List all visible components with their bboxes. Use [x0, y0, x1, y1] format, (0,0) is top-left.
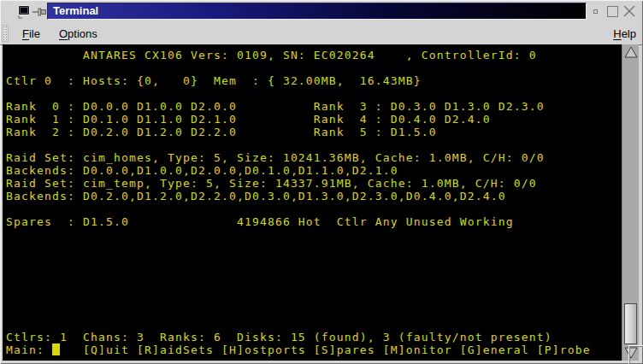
scrollbar-thumb[interactable] — [624, 303, 637, 344]
menu-drag-handle-icon[interactable] — [2, 25, 9, 42]
menu-item-help[interactable]: Help — [613, 27, 636, 40]
maximize-button[interactable] — [607, 6, 618, 17]
minimize-button[interactable] — [593, 9, 598, 14]
titlebar[interactable]: Terminal — [0, 0, 643, 22]
resize-grip[interactable] — [628, 345, 643, 364]
menu-item-file[interactable]: File — [22, 27, 40, 40]
scrollbar-track[interactable] — [622, 44, 639, 361]
menubar: File Options Help — [0, 22, 643, 45]
terminal-cursor — [52, 343, 60, 355]
terminal-screen[interactable]: ANTARES CX106 Vers: 0109, SN: EC020264 ,… — [3, 44, 622, 361]
terminal-text: ANTARES CX106 Vers: 0109, SN: EC020264 ,… — [3, 44, 622, 356]
window-title: Terminal — [47, 3, 587, 20]
terminal-window: Terminal File Options Help ANTARES CX106… — [0, 0, 643, 364]
menu-item-options[interactable]: Options — [59, 27, 97, 40]
scroll-up-icon[interactable] — [622, 44, 640, 60]
pin-icon[interactable] — [32, 7, 47, 17]
close-button[interactable] — [622, 4, 636, 18]
terminal-icon[interactable] — [17, 4, 31, 19]
